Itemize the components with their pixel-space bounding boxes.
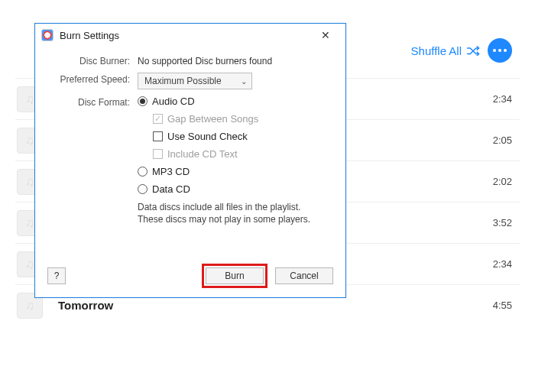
- help-button[interactable]: ?: [47, 267, 66, 284]
- dialog-button-row: ? Burn Cancel: [35, 264, 345, 288]
- track-duration: 2:34: [474, 93, 512, 105]
- track-duration: 2:05: [474, 134, 512, 146]
- checkbox-icon: ✓: [153, 114, 163, 124]
- radio-audio-cd-label: Audio CD: [152, 96, 195, 107]
- chevron-down-icon: ⌄: [241, 77, 247, 86]
- track-title: Tomorrow: [58, 299, 474, 312]
- music-note-icon: ♫: [25, 134, 34, 147]
- more-icon: [493, 49, 496, 52]
- close-button[interactable]: ✕: [310, 29, 341, 41]
- checkbox-include-cd-text[interactable]: Include CD Text: [153, 148, 333, 160]
- music-note-icon: ♫: [25, 93, 34, 105]
- radio-data-cd[interactable]: Data CD: [138, 183, 333, 195]
- disc-burner-status: No supported Disc burners found: [138, 54, 333, 66]
- dialog-form: Disc Burner: No supported Disc burners f…: [35, 47, 345, 241]
- radio-icon: [138, 96, 148, 106]
- music-note-icon: ♫: [25, 258, 34, 271]
- checkbox-use-sound-check[interactable]: Use Sound Check: [153, 131, 333, 142]
- shuffle-all-button[interactable]: Shuffle All: [411, 44, 480, 57]
- cancel-button[interactable]: Cancel: [275, 267, 333, 284]
- track-duration: 2:02: [474, 176, 512, 187]
- checkbox-gap-between-songs[interactable]: ✓ Gap Between Songs: [153, 113, 333, 125]
- track-duration: 4:55: [474, 300, 512, 311]
- dialog-title: Burn Settings: [60, 30, 310, 41]
- close-icon: ✕: [321, 29, 330, 41]
- radio-icon: [138, 167, 148, 177]
- burn-settings-dialog: Burn Settings ✕ Disc Burner: No supporte…: [34, 23, 346, 298]
- music-note-icon: ♫: [25, 217, 34, 229]
- gap-between-songs-label: Gap Between Songs: [167, 113, 258, 125]
- shuffle-all-label: Shuffle All: [411, 44, 462, 57]
- preferred-speed-label: Preferred Speed:: [47, 73, 138, 85]
- dialog-titlebar[interactable]: Burn Settings ✕: [35, 24, 345, 47]
- radio-audio-cd[interactable]: Audio CD: [138, 96, 333, 107]
- preferred-speed-select[interactable]: Maximum Possible ⌄: [138, 73, 252, 89]
- disc-burner-label: Disc Burner:: [47, 54, 138, 66]
- music-note-icon: ♫: [25, 300, 34, 312]
- burn-highlight: Burn: [202, 264, 268, 288]
- shuffle-icon: [466, 45, 480, 56]
- more-button[interactable]: [488, 38, 512, 63]
- disc-format-label: Disc Format:: [47, 96, 138, 108]
- track-duration: 2:34: [474, 258, 512, 270]
- radio-mp3-cd-label: MP3 CD: [152, 166, 190, 177]
- radio-icon: [138, 184, 148, 194]
- checkbox-icon: [153, 131, 163, 141]
- music-note-icon: ♫: [25, 176, 34, 188]
- include-cd-text-label: Include CD Text: [167, 148, 238, 160]
- burn-button[interactable]: Burn: [206, 267, 264, 284]
- radio-data-cd-label: Data CD: [152, 183, 190, 195]
- checkbox-icon: [153, 149, 163, 159]
- data-cd-note: Data discs include all files in the play…: [138, 201, 313, 225]
- track-duration: 3:52: [474, 217, 512, 228]
- itunes-icon: [41, 29, 54, 41]
- preferred-speed-value: Maximum Possible: [144, 76, 222, 86]
- use-sound-check-label: Use Sound Check: [167, 131, 248, 142]
- radio-mp3-cd[interactable]: MP3 CD: [138, 166, 333, 177]
